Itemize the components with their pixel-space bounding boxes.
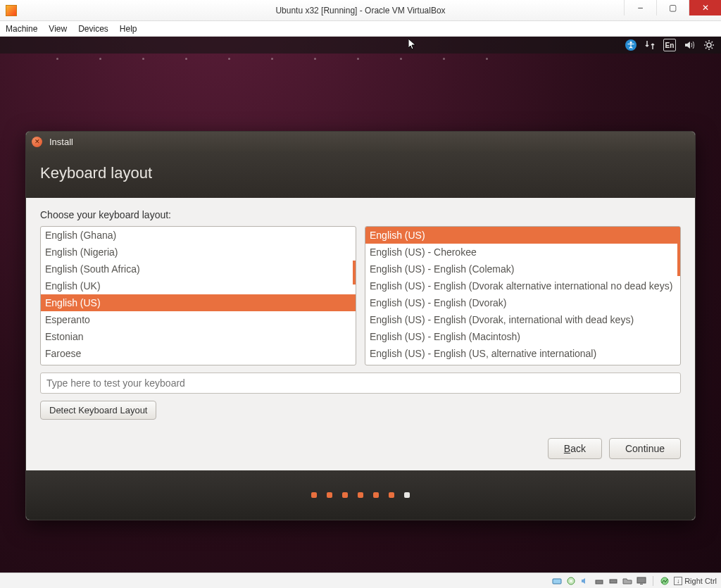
progress-dot [389,492,394,498]
layout-variant-option[interactable]: English (US) - English (Dvorak) [365,294,680,311]
usb-icon[interactable] [608,576,618,586]
minimize-button[interactable]: – [624,0,656,15]
layout-option[interactable]: English (South Africa) [41,261,356,277]
installer-heading: Keyboard layout [26,151,695,198]
shared-folders-icon[interactable] [622,576,632,586]
host-window-titlebar: Ubuntu x32 [Running] - Oracle VM Virtual… [0,0,721,21]
layout-variant-option[interactable]: English (US) - English (Dvorak, internat… [365,311,680,328]
svg-point-0 [630,42,632,44]
scrollbar-indicator[interactable] [677,227,680,276]
layout-option[interactable]: Faroese [41,345,356,362]
keyboard-layout-prompt: Choose your keyboard layout: [40,209,681,220]
layout-option[interactable]: English (Ghana) [41,227,356,244]
menu-devices[interactable]: Devices [78,24,108,34]
layout-variant-option[interactable]: English (US) - English (US, alternative … [365,345,680,362]
network-adapter-icon[interactable] [594,576,604,586]
layout-option[interactable]: English (Nigeria) [41,244,356,261]
layout-option[interactable]: English (UK) [41,277,356,294]
volume-icon[interactable] [683,39,696,51]
keyboard-layout-list-right[interactable]: English (US)English (US) - CherokeeEngli… [365,226,681,365]
layout-option[interactable]: English (US) [41,294,356,311]
system-gear-icon[interactable] [703,39,715,51]
host-window-title: Ubuntu x32 [Running] - Oracle VM Virtual… [0,6,721,15]
layout-variant-option[interactable]: English (US) - English (Macintosh) [365,328,680,345]
display-icon[interactable] [637,576,646,586]
layout-variant-option[interactable]: English (US) [365,227,680,244]
installer-window-title: Install [49,137,73,147]
keyboard-language-indicator[interactable]: En [663,39,676,51]
menu-view[interactable]: View [49,24,67,34]
menu-help[interactable]: Help [120,24,137,34]
optical-drive-icon[interactable] [566,576,576,586]
layout-variant-option[interactable]: English (US) - English (Colemak) [365,261,680,277]
menu-machine[interactable]: Machine [6,24,37,34]
layout-option[interactable]: Filipino [41,362,356,365]
installer-window: ✕ Install Keyboard layout Choose your ke… [25,131,696,520]
mouse-integration-icon[interactable] [660,576,670,586]
installer-titlebar[interactable]: ✕ Install [26,132,695,151]
layout-option[interactable]: Esperanto [41,311,356,328]
layout-variant-option[interactable]: English (US) - English (US, internationa… [365,362,680,365]
maximize-button[interactable]: ▢ [656,0,689,15]
keyboard-layout-list-left[interactable]: English (Ghana)English (Nigeria)English … [40,226,356,365]
svg-point-4 [570,580,572,582]
svg-rect-2 [553,579,561,584]
layout-option[interactable]: Estonian [41,328,356,345]
svg-rect-6 [610,580,617,583]
scrollbar-indicator[interactable] [353,261,356,284]
detect-keyboard-layout-button[interactable]: Detect Keyboard Layout [40,401,156,420]
audio-icon[interactable] [580,576,590,586]
keyboard-test-input[interactable] [40,373,681,394]
progress-dot [358,492,363,498]
svg-rect-8 [640,584,643,584]
virtualbox-menubar: Machine View Devices Help [0,21,721,37]
close-button[interactable]: ✕ [689,0,721,15]
layout-variant-option[interactable]: English (US) - Cherokee [365,244,680,261]
layout-variant-option[interactable]: English (US) - English (Dvorak alternati… [365,277,680,294]
svg-rect-7 [637,577,646,583]
back-button[interactable]: Back [548,438,602,459]
svg-point-1 [707,43,711,47]
hdd-icon[interactable] [552,576,562,586]
host-key-arrow-icon: ↓ [674,577,682,585]
virtualbox-icon [6,5,17,16]
progress-dot [404,492,410,498]
progress-dot [311,492,317,498]
guest-display: En ✕ Install Keyboard layout Choose your… [0,37,721,573]
svg-rect-5 [596,580,603,584]
progress-dot [373,492,379,498]
continue-button[interactable]: Continue [609,438,681,459]
progress-dot [327,492,332,498]
host-key-label: Right Ctrl [684,577,717,585]
installer-close-icon[interactable]: ✕ [32,137,42,147]
host-status-bar: ↓ Right Ctrl [0,573,721,588]
installer-progress-dots [26,470,695,520]
accessibility-icon[interactable] [625,39,637,51]
host-key-indicator[interactable]: ↓ Right Ctrl [674,577,717,585]
ubuntu-top-panel: En [0,37,721,54]
progress-dot [342,492,348,498]
launcher-placeholder-dots [56,58,488,60]
network-icon[interactable] [644,39,656,51]
